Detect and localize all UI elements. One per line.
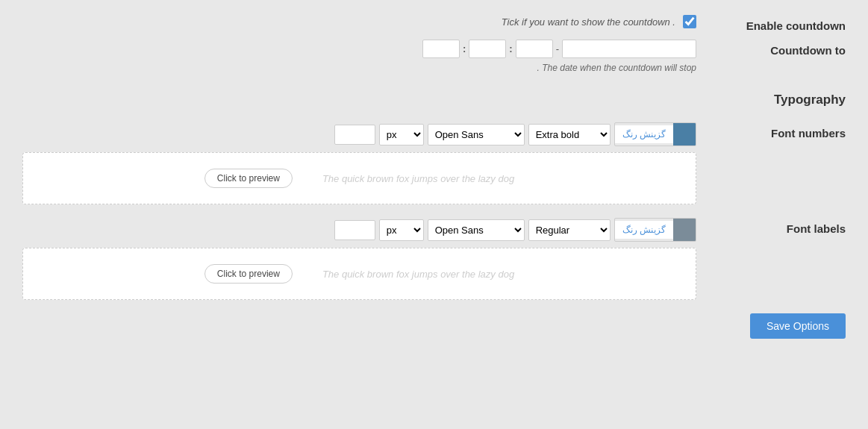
font-numbers-label: Font numbers [771,127,846,140]
font-labels-color-swatch[interactable] [673,219,696,241]
countdown-date-input[interactable] [562,40,696,58]
font-labels-family-select[interactable]: Open Sans Arial Georgia [428,219,525,241]
font-numbers-color-picker[interactable]: گزینش رنگ [614,122,696,146]
font-labels-color-btn-label[interactable]: گزینش رنگ [615,221,673,239]
font-labels-sample-text: The quick brown fox jumps over the lazy … [322,269,514,280]
font-numbers-preview-button[interactable]: Click to preview [204,169,293,188]
save-options-button[interactable]: Save Options [750,313,846,339]
font-labels-size-input[interactable]: 15 [334,220,375,240]
font-numbers-sample-text: The quick brown fox jumps over the lazy … [322,173,514,184]
time-separator-2: : [509,43,512,54]
font-numbers-color-btn-label[interactable]: گزینش رنگ [615,125,673,143]
font-labels-weight-select[interactable]: Regular Bold Extra bold [528,219,611,241]
font-labels-label: Font labels [787,222,846,235]
date-hint-text: The date when the countdown will stop . [537,63,696,73]
countdown-seconds-input[interactable]: 0 [516,40,553,58]
countdown-hours-input[interactable]: 0 [422,40,460,58]
time-separator-1: : [463,43,466,54]
font-numbers-size-input[interactable]: 50 [334,125,375,145]
font-labels-color-picker[interactable]: گزینش رنگ [614,218,696,242]
font-numbers-color-swatch[interactable] [673,123,696,145]
countdown-to-label: Countdown to [770,44,846,57]
hint-text: Tick if you want to show the countdown . [502,16,675,28]
dash-separator: - [556,43,559,54]
font-labels-preview-box: Click to preview The quick brown fox jum… [22,248,696,300]
font-labels-unit-select[interactable]: px em % [379,219,424,241]
font-numbers-family-select[interactable]: Open Sans Arial Georgia [428,124,525,145]
font-numbers-weight-select[interactable]: Extra bold Bold Regular [528,124,611,145]
countdown-minutes-input[interactable]: 0 [469,40,506,58]
typography-label: Typography [774,93,846,107]
enable-countdown-checkbox[interactable] [683,15,696,28]
font-numbers-preview-box: Click to preview The quick brown fox jum… [22,152,696,204]
enable-countdown-label: Enable countdown [746,19,846,32]
font-labels-preview-button[interactable]: Click to preview [204,264,293,284]
font-numbers-unit-select[interactable]: px em % [379,124,424,145]
